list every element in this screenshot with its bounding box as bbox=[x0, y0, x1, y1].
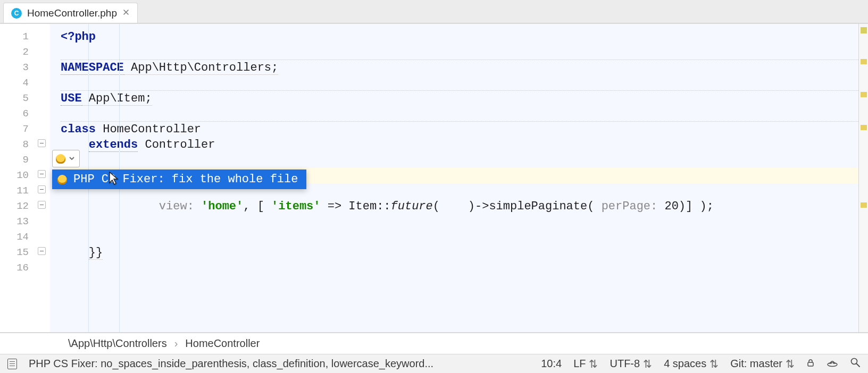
close-icon[interactable] bbox=[122, 9, 130, 18]
line-number: 16 bbox=[0, 260, 36, 276]
line-number: 14 bbox=[0, 230, 36, 245]
code-area[interactable]: <?php NAMESPACE App\Http\Controllers; US… bbox=[50, 24, 858, 332]
line-number: 15 bbox=[0, 245, 36, 260]
warning-marker[interactable] bbox=[861, 59, 867, 64]
breadcrumb[interactable]: \App\Http\Controllers › HomeController bbox=[0, 333, 868, 354]
inspector-icon[interactable] bbox=[827, 357, 838, 370]
indent-selector[interactable]: 4 spaces⇅ bbox=[664, 358, 719, 370]
code-line bbox=[61, 45, 858, 60]
search-icon[interactable] bbox=[850, 357, 861, 370]
line-number: 12 bbox=[0, 199, 36, 214]
code-line bbox=[61, 75, 858, 91]
line-number: 10 bbox=[0, 168, 36, 183]
error-stripe[interactable] bbox=[858, 24, 868, 332]
svg-line-5 bbox=[857, 364, 860, 367]
code-line bbox=[61, 260, 858, 276]
status-message: PHP CS Fixer: no_spaces_inside_parenthes… bbox=[29, 358, 529, 370]
lightbulb-icon bbox=[57, 175, 67, 184]
breadcrumb-symbol[interactable]: HomeController bbox=[185, 337, 260, 350]
line-number: 7 bbox=[0, 122, 36, 137]
fold-toggle-icon[interactable] bbox=[38, 247, 46, 255]
chevron-right-icon: › bbox=[174, 337, 178, 350]
warning-marker[interactable] bbox=[861, 92, 867, 97]
breadcrumb-path[interactable]: \App\Http\Controllers bbox=[68, 337, 167, 350]
svg-point-1 bbox=[828, 363, 837, 367]
svg-point-4 bbox=[852, 359, 857, 364]
analysis-status-icon[interactable] bbox=[861, 27, 867, 33]
fold-toggle-icon[interactable] bbox=[38, 201, 46, 209]
fold-toggle-icon[interactable] bbox=[38, 139, 46, 147]
code-line: <?php bbox=[61, 29, 858, 45]
svg-rect-0 bbox=[808, 362, 813, 366]
code-line bbox=[61, 106, 858, 122]
code-line: view: 'home', [ 'items' => Item::future(… bbox=[61, 199, 858, 214]
document-icon[interactable] bbox=[7, 359, 17, 369]
tab-bar: C HomeController.php bbox=[0, 0, 868, 23]
warning-marker[interactable] bbox=[861, 125, 867, 130]
line-number: 3 bbox=[0, 60, 36, 75]
line-gutter: 1 2 3 4 5 6 7 8 9 10 11 12 13 14 15 16 bbox=[0, 24, 36, 332]
chevron-down-icon bbox=[69, 152, 75, 165]
code-line: }} bbox=[61, 245, 858, 260]
code-line: NAMESPACE App\Http\Controllers; bbox=[61, 60, 858, 75]
tab-homecontroller[interactable]: C HomeController.php bbox=[3, 3, 138, 23]
line-number: 1 bbox=[0, 29, 36, 45]
line-number: 13 bbox=[0, 214, 36, 230]
warning-marker[interactable] bbox=[861, 202, 867, 208]
lock-icon[interactable] bbox=[806, 358, 815, 370]
intention-menu-item[interactable]: PHP CS Fixer: fix the whole file bbox=[52, 169, 306, 189]
class-file-icon: C bbox=[11, 8, 22, 19]
encoding-selector[interactable]: UTF-8⇅ bbox=[610, 358, 652, 370]
line-number: 6 bbox=[0, 106, 36, 122]
intention-popup: PHP CS Fixer: fix the whole file bbox=[52, 150, 306, 189]
line-number: 5 bbox=[0, 91, 36, 106]
code-line bbox=[61, 214, 858, 230]
fold-toggle-icon[interactable] bbox=[38, 185, 46, 193]
code-line bbox=[61, 230, 858, 245]
code-line: USE App\Item; bbox=[61, 91, 858, 106]
intention-bulb-button[interactable] bbox=[52, 150, 80, 167]
caret-position[interactable]: 10:4 bbox=[541, 358, 562, 370]
intention-label: PHP CS Fixer: fix the whole file bbox=[73, 173, 298, 186]
fold-column bbox=[36, 24, 50, 332]
status-bar: PHP CS Fixer: no_spaces_inside_parenthes… bbox=[0, 354, 868, 373]
git-branch-selector[interactable]: Git: master⇅ bbox=[730, 358, 795, 370]
fold-toggle-icon[interactable] bbox=[38, 170, 46, 178]
lightbulb-icon bbox=[56, 154, 65, 164]
line-number: 8 bbox=[0, 137, 36, 152]
line-number: 11 bbox=[0, 183, 36, 199]
code-line: class HomeController bbox=[61, 122, 858, 137]
editor[interactable]: 1 2 3 4 5 6 7 8 9 10 11 12 13 14 15 16 <… bbox=[0, 23, 868, 333]
line-separator-selector[interactable]: LF⇅ bbox=[573, 358, 598, 370]
line-number: 4 bbox=[0, 75, 36, 91]
tab-label: HomeController.php bbox=[27, 7, 117, 19]
svg-point-3 bbox=[833, 363, 834, 364]
line-number: 2 bbox=[0, 45, 36, 60]
line-number: 9 bbox=[0, 152, 36, 168]
svg-point-2 bbox=[831, 363, 832, 364]
